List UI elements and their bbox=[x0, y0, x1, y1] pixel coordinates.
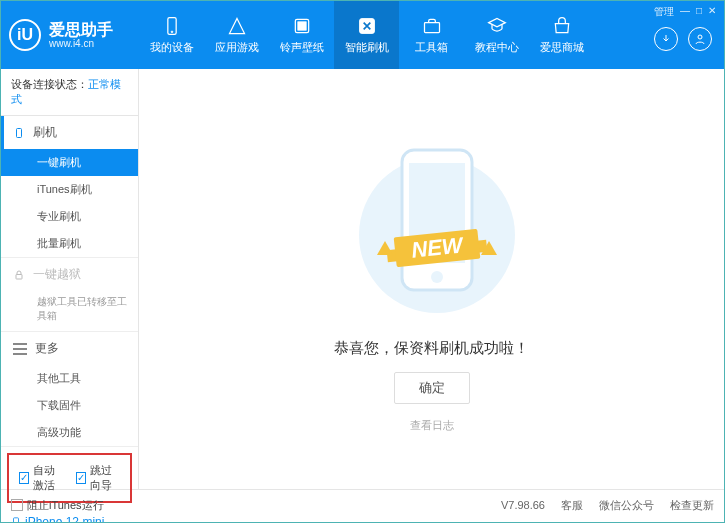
view-log-link[interactable]: 查看日志 bbox=[410, 418, 454, 433]
svg-point-13 bbox=[431, 271, 443, 283]
svg-point-6 bbox=[698, 35, 702, 39]
store-icon bbox=[552, 16, 572, 36]
wallpaper-icon bbox=[292, 16, 312, 36]
device-name: iPhone 12 mini bbox=[11, 515, 128, 523]
download-button[interactable] bbox=[654, 27, 678, 51]
version-label: V7.98.66 bbox=[501, 499, 545, 511]
support-link[interactable]: 客服 bbox=[561, 498, 583, 513]
ok-button[interactable]: 确定 bbox=[394, 372, 470, 404]
sidebar-item-advanced[interactable]: 高级功能 bbox=[1, 419, 138, 446]
phone-icon bbox=[11, 515, 21, 523]
success-message: 恭喜您，保资料刷机成功啦！ bbox=[334, 339, 529, 358]
apps-icon bbox=[227, 16, 247, 36]
nav-my-device[interactable]: 我的设备 bbox=[139, 1, 204, 69]
svg-rect-3 bbox=[297, 21, 305, 29]
sidebar-jailbreak-header[interactable]: 一键越狱 bbox=[1, 258, 138, 291]
phone-icon bbox=[13, 127, 25, 139]
logo: iU 爱思助手 www.i4.cn bbox=[9, 19, 139, 51]
app-header: iU 爱思助手 www.i4.cn 我的设备 应用游戏 铃声壁纸 智能刷机 工具… bbox=[1, 1, 724, 69]
nav-ringtone-wallpaper[interactable]: 铃声壁纸 bbox=[269, 1, 334, 69]
sidebar-item-oneclick-flash[interactable]: 一键刷机 bbox=[1, 149, 138, 176]
main-nav: 我的设备 应用游戏 铃声壁纸 智能刷机 工具箱 教程中心 爱思商城 bbox=[139, 1, 594, 69]
wechat-link[interactable]: 微信公众号 bbox=[599, 498, 654, 513]
auto-activate-checkbox[interactable]: ✓ 自动激活 bbox=[19, 463, 64, 493]
svg-rect-9 bbox=[14, 518, 19, 523]
maximize-button[interactable]: □ bbox=[696, 5, 702, 19]
nav-tutorials[interactable]: 教程中心 bbox=[464, 1, 529, 69]
menu-button[interactable]: 管理 bbox=[654, 5, 674, 19]
window-controls: 管理 — □ ✕ bbox=[654, 5, 716, 19]
skip-guide-checkbox[interactable]: ✓ 跳过向导 bbox=[76, 463, 121, 493]
svg-point-1 bbox=[171, 31, 173, 33]
options-highlight-box: ✓ 自动激活 ✓ 跳过向导 bbox=[7, 453, 132, 503]
app-url: www.i4.cn bbox=[49, 38, 113, 49]
app-name: 爱思助手 bbox=[49, 22, 113, 38]
checkbox-icon: ✓ bbox=[19, 472, 29, 484]
logo-icon: iU bbox=[9, 19, 41, 51]
tutorial-icon bbox=[487, 16, 507, 36]
close-button[interactable]: ✕ bbox=[708, 5, 716, 19]
checkbox-icon bbox=[11, 499, 23, 511]
connection-status: 设备连接状态：正常模式 bbox=[1, 69, 138, 116]
sidebar-item-itunes-flash[interactable]: iTunes刷机 bbox=[1, 176, 138, 203]
minimize-button[interactable]: — bbox=[680, 5, 690, 19]
nav-apps-games[interactable]: 应用游戏 bbox=[204, 1, 269, 69]
device-icon bbox=[162, 16, 182, 36]
svg-rect-8 bbox=[16, 274, 22, 279]
menu-icon bbox=[13, 343, 27, 355]
sidebar-item-other-tools[interactable]: 其他工具 bbox=[1, 365, 138, 392]
sidebar-more-header[interactable]: 更多 bbox=[1, 332, 138, 365]
jailbreak-note: 越狱工具已转移至工具箱 bbox=[1, 291, 138, 331]
nav-store[interactable]: 爱思商城 bbox=[529, 1, 594, 69]
block-itunes-checkbox[interactable]: 阻止iTunes运行 bbox=[11, 498, 104, 513]
checkbox-icon: ✓ bbox=[76, 472, 86, 484]
nav-smart-flash[interactable]: 智能刷机 bbox=[334, 1, 399, 69]
check-update-link[interactable]: 检查更新 bbox=[670, 498, 714, 513]
svg-rect-7 bbox=[17, 128, 22, 137]
flash-icon bbox=[357, 16, 377, 36]
user-actions bbox=[654, 27, 712, 51]
toolbox-icon bbox=[422, 16, 442, 36]
sidebar-flash-header[interactable]: 刷机 bbox=[1, 116, 138, 149]
sidebar-item-download-firmware[interactable]: 下载固件 bbox=[1, 392, 138, 419]
nav-toolbox[interactable]: 工具箱 bbox=[399, 1, 464, 69]
lock-icon bbox=[13, 269, 25, 281]
success-illustration: NEW bbox=[357, 125, 507, 325]
svg-rect-5 bbox=[424, 22, 439, 32]
user-button[interactable] bbox=[688, 27, 712, 51]
main-content: NEW 恭喜您，保资料刷机成功啦！ 确定 查看日志 bbox=[139, 69, 724, 489]
sidebar-item-batch-flash[interactable]: 批量刷机 bbox=[1, 230, 138, 257]
sidebar: 设备连接状态：正常模式 刷机 一键刷机 iTunes刷机 专业刷机 批量刷机 一… bbox=[1, 69, 139, 489]
sidebar-item-pro-flash[interactable]: 专业刷机 bbox=[1, 203, 138, 230]
